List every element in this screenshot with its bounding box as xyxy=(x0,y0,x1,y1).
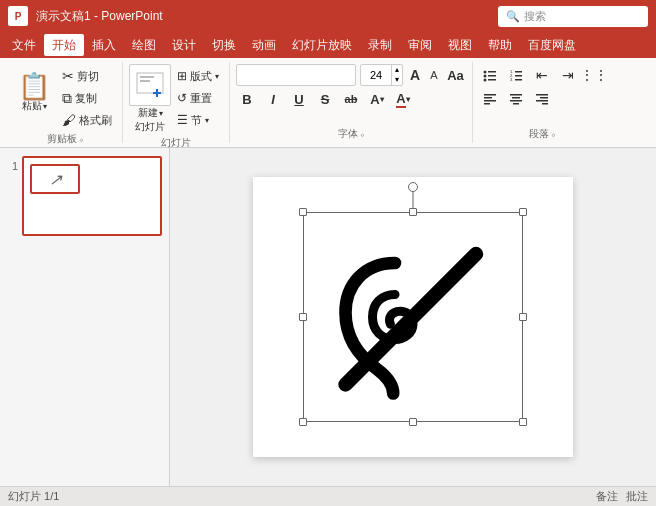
font-size-arrows: ▴ ▾ xyxy=(391,65,402,85)
menu-help[interactable]: 帮助 xyxy=(480,34,520,56)
cut-icon: ✂ xyxy=(62,68,74,84)
layout-arrow[interactable]: ▾ xyxy=(215,72,219,81)
section-label: 节 xyxy=(191,113,202,128)
font-color-a: A xyxy=(396,91,405,108)
decrease-indent-button[interactable]: ⇤ xyxy=(531,64,553,86)
paste-dropdown-arrow[interactable]: ▾ xyxy=(43,102,47,111)
rotate-handle-line xyxy=(413,190,414,208)
handle-bottom-left[interactable] xyxy=(299,418,307,426)
menu-transition[interactable]: 切换 xyxy=(204,34,244,56)
font-expand-icon[interactable]: ⬦ xyxy=(360,130,365,139)
highlight-color-button[interactable]: A ▾ xyxy=(366,88,388,110)
highlight-a: A xyxy=(370,92,379,107)
menu-record[interactable]: 录制 xyxy=(360,34,400,56)
handle-top-left[interactable] xyxy=(299,208,307,216)
align-left-icon xyxy=(483,92,497,106)
font-size-box: ▴ ▾ xyxy=(360,64,403,86)
handle-bottom-right[interactable] xyxy=(519,418,527,426)
ribbon-group-font: ▴ ▾ A A Aa B I U S ab A ▾ xyxy=(230,62,473,143)
increase-indent-button[interactable]: ⇥ xyxy=(557,64,579,86)
svg-rect-18 xyxy=(484,97,492,99)
ribbon-group-clipboard: 📋 粘贴 ▾ ✂ 剪切 ⧉ 复制 🖌 xyxy=(8,62,123,143)
font-grow-button[interactable]: A xyxy=(407,65,423,85)
cut-label: 剪切 xyxy=(77,69,99,84)
menu-animation[interactable]: 动画 xyxy=(244,34,284,56)
paste-icon: 📋 xyxy=(18,73,50,99)
font-row-1: ▴ ▾ A A Aa xyxy=(236,64,466,86)
font-shrink-button[interactable]: A xyxy=(427,67,440,83)
menu-view[interactable]: 视图 xyxy=(440,34,480,56)
handle-middle-right[interactable] xyxy=(519,313,527,321)
svg-rect-6 xyxy=(488,71,496,73)
format-painter-label: 格式刷 xyxy=(79,113,112,128)
menu-insert[interactable]: 插入 xyxy=(84,34,124,56)
font-color-button[interactable]: A ▾ xyxy=(392,88,414,110)
new-slide-area: 新建 ▾ 幻灯片 xyxy=(129,64,171,134)
rotate-handle[interactable] xyxy=(408,182,418,192)
strikethrough-button[interactable]: S xyxy=(314,88,336,110)
comments-button[interactable]: 批注 xyxy=(626,489,648,504)
new-slide-icon[interactable] xyxy=(129,64,171,106)
svg-rect-10 xyxy=(488,79,496,81)
para-row-2 xyxy=(479,88,553,110)
align-right-button[interactable] xyxy=(531,88,553,110)
new-slide-label-row[interactable]: 新建 ▾ xyxy=(138,106,163,120)
layout-icon: ⊞ xyxy=(177,69,187,83)
new-slide-label2: 幻灯片 xyxy=(135,120,165,134)
menu-slideshow[interactable]: 幻灯片放映 xyxy=(284,34,360,56)
svg-point-9 xyxy=(484,79,487,82)
selection-container xyxy=(303,212,523,422)
font-name-input[interactable] xyxy=(236,64,356,86)
menu-baidu[interactable]: 百度网盘 xyxy=(520,34,584,56)
section-arrow[interactable]: ▾ xyxy=(205,116,209,125)
align-right-icon xyxy=(535,92,549,106)
deaf-icon-container xyxy=(323,227,503,407)
format-painter-button[interactable]: 🖌 格式刷 xyxy=(58,110,116,130)
search-icon: 🔍 xyxy=(506,10,520,23)
strikethrough-alt-button[interactable]: ab xyxy=(340,88,362,110)
search-box[interactable]: 🔍 搜索 xyxy=(498,6,648,27)
align-center-button[interactable] xyxy=(505,88,527,110)
menu-draw[interactable]: 绘图 xyxy=(124,34,164,56)
reset-button[interactable]: ↺ 重置 xyxy=(173,88,223,108)
numbered-list-button[interactable]: 1. 2. 3. xyxy=(505,64,527,86)
bold-button[interactable]: B xyxy=(236,88,258,110)
paragraph-expand-icon[interactable]: ⬦ xyxy=(551,130,556,139)
underline-button[interactable]: U xyxy=(288,88,310,110)
section-button[interactable]: ☰ 节 ▾ xyxy=(173,110,223,130)
svg-rect-2 xyxy=(140,80,150,82)
slide-canvas[interactable] xyxy=(253,177,573,457)
italic-button[interactable]: I xyxy=(262,88,284,110)
handle-top-center[interactable] xyxy=(409,208,417,216)
font-size-up[interactable]: ▴ xyxy=(392,65,402,75)
layout-button[interactable]: ⊞ 版式 ▾ xyxy=(173,66,223,86)
font-color-dropdown[interactable]: ▾ xyxy=(406,95,410,104)
menu-review[interactable]: 审阅 xyxy=(400,34,440,56)
font-content: ▴ ▾ A A Aa B I U S ab A ▾ xyxy=(236,64,466,125)
paste-button[interactable]: 📋 粘贴 ▾ xyxy=(14,64,54,122)
copy-button[interactable]: ⧉ 复制 xyxy=(58,88,116,108)
svg-rect-17 xyxy=(484,94,496,96)
handle-bottom-center[interactable] xyxy=(409,418,417,426)
slide-thumb-cursor: ↗ xyxy=(49,170,62,189)
notes-button[interactable]: 备注 xyxy=(596,489,618,504)
cut-button[interactable]: ✂ 剪切 xyxy=(58,66,116,86)
menu-home[interactable]: 开始 xyxy=(44,34,84,56)
font-row-2: B I U S ab A ▾ A ▾ xyxy=(236,88,414,110)
menu-file[interactable]: 文件 xyxy=(4,34,44,56)
font-size-input[interactable] xyxy=(361,69,391,81)
svg-text:3.: 3. xyxy=(510,77,513,82)
bullet-list-button[interactable] xyxy=(479,64,501,86)
menu-design[interactable]: 设计 xyxy=(164,34,204,56)
handle-top-right[interactable] xyxy=(519,208,527,216)
highlight-dropdown[interactable]: ▾ xyxy=(380,95,384,104)
new-slide-arrow[interactable]: ▾ xyxy=(159,109,163,118)
slide-thumbnail-1[interactable]: ↗ xyxy=(22,156,162,236)
align-left-button[interactable] xyxy=(479,88,501,110)
columns-button[interactable]: ⋮⋮ xyxy=(583,64,605,86)
clipboard-expand-icon[interactable]: ⬦ xyxy=(79,135,84,144)
handle-middle-left[interactable] xyxy=(299,313,307,321)
slide-number-1: 1 xyxy=(4,160,18,172)
font-size-down[interactable]: ▾ xyxy=(392,75,402,85)
clear-format-button[interactable]: Aa xyxy=(444,64,466,86)
